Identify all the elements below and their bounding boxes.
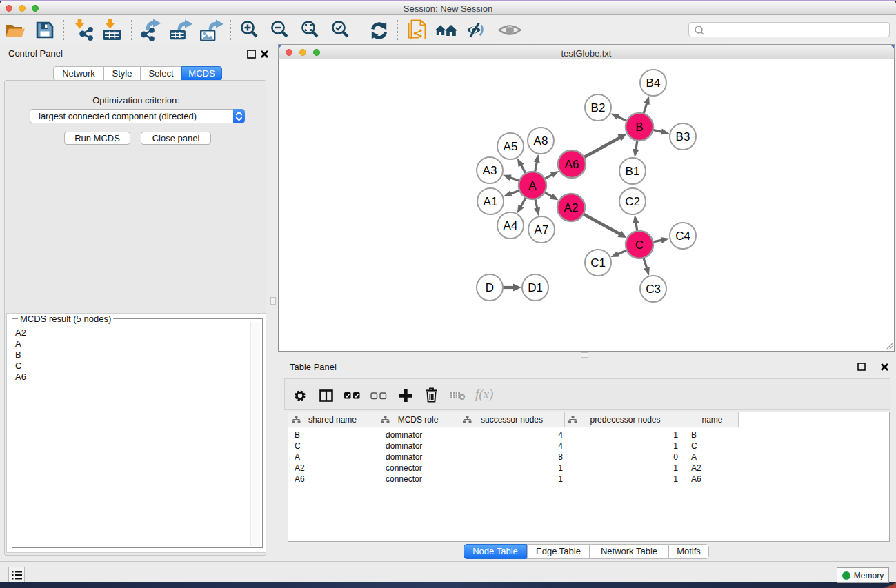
svg-text:A2: A2 [564, 201, 579, 214]
svg-text:C: C [635, 239, 644, 252]
svg-text:A7: A7 [535, 223, 549, 236]
svg-text:B2: B2 [591, 101, 606, 114]
svg-text:A4: A4 [504, 219, 518, 232]
svg-text:B1: B1 [626, 165, 640, 178]
svg-text:B3: B3 [676, 130, 690, 143]
svg-text:C1: C1 [590, 256, 606, 270]
svg-text:B: B [635, 121, 643, 134]
svg-text:A5: A5 [504, 140, 518, 153]
svg-text:A3: A3 [483, 164, 497, 177]
svg-text:C3: C3 [646, 283, 661, 296]
svg-text:C4: C4 [675, 230, 690, 243]
svg-text:A: A [528, 179, 537, 192]
svg-text:D: D [486, 281, 494, 294]
svg-text:A1: A1 [484, 195, 498, 208]
svg-text:C2: C2 [625, 195, 640, 208]
svg-text:A8: A8 [534, 134, 548, 148]
svg-text:A6: A6 [565, 158, 579, 171]
svg-text:D1: D1 [528, 281, 543, 294]
svg-text:B4: B4 [646, 77, 661, 90]
